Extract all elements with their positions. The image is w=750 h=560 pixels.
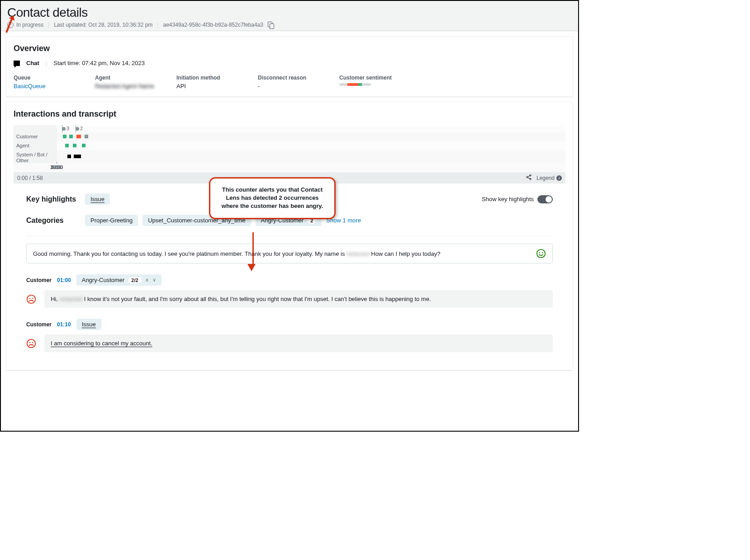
share-icon[interactable] (526, 174, 532, 182)
frown-icon (26, 339, 36, 348)
issue-pill[interactable]: Issue (85, 193, 110, 205)
svg-line-4 (528, 178, 530, 179)
smile-icon (536, 249, 546, 259)
svg-point-12 (29, 342, 30, 343)
transcript-message: Good morning. Thank you for contacting u… (26, 244, 553, 264)
svg-point-11 (27, 339, 35, 347)
categories-label: Categories (26, 216, 85, 225)
sentiment-bar (339, 83, 371, 86)
channel-label: Chat (26, 60, 39, 66)
transcript-message: I am considering to cancel my account. (44, 334, 553, 352)
key-highlights-label: Key highlights (26, 195, 85, 203)
highlights-toggle[interactable] (537, 195, 553, 203)
contact-id: ae4349a2-958c-4f3b-b92a-852c7feba4a3 (163, 22, 263, 28)
svg-point-5 (537, 249, 545, 258)
category-nav-pill: Angry-Customer 2/2 ∧ ∨ (76, 274, 161, 286)
legend-button[interactable]: Legend i (536, 175, 562, 181)
issue-tag[interactable]: Issue (76, 319, 101, 330)
chevron-up-icon[interactable]: ∧ (145, 277, 149, 283)
interactions-title: Interactions and transcript (14, 109, 565, 119)
disconnect-value: - (258, 83, 339, 89)
timeline-row-agent: Agent (14, 141, 57, 150)
svg-point-10 (32, 297, 33, 298)
timestamp-link[interactable]: 01:00 (57, 277, 71, 283)
category-pill[interactable]: Proper-Greeting (85, 215, 138, 226)
svg-line-3 (528, 176, 530, 177)
annotation-arrow-down (251, 232, 256, 271)
transcript-message: Hi, redacted I know it's not your fault,… (44, 290, 553, 308)
frown-icon (26, 294, 36, 304)
copy-icon[interactable] (268, 22, 274, 28)
start-time: Start time: 07:42 pm, Nov 14, 2023 (53, 60, 145, 66)
timeline-row-system: System / Bot / Other (14, 151, 57, 163)
interactions-card: Interactions and transcript 3 2 (6, 102, 573, 370)
chevron-down-icon[interactable]: ∨ (152, 277, 156, 283)
annotation-callout: This counter alerts you that Contact Len… (209, 177, 336, 219)
svg-point-13 (32, 342, 33, 343)
agent-value: Redacted Agent Name (95, 83, 176, 89)
initiation-value: API (176, 83, 258, 89)
svg-point-9 (29, 297, 30, 298)
timeline[interactable]: 3 2 Customer (14, 125, 565, 184)
annotation-arrow-status (5, 15, 16, 35)
overview-card: Overview Chat | Start time: 07:42 pm, No… (6, 37, 573, 97)
overview-title: Overview (14, 44, 565, 53)
timeline-row-customer: Customer (14, 132, 57, 141)
header: Contact details In progress | Last updat… (1, 1, 578, 31)
info-icon: i (556, 175, 562, 181)
timestamp-link[interactable]: 01:10 (57, 321, 71, 328)
svg-point-6 (539, 252, 540, 253)
svg-point-8 (27, 295, 35, 303)
chat-icon (14, 61, 20, 66)
toggle-label: Show key highlights (482, 196, 534, 202)
svg-point-7 (542, 252, 543, 253)
page-title: Contact details (7, 5, 572, 20)
queue-link[interactable]: BasicQueue (14, 83, 46, 89)
last-updated: Last updated: Oct 28, 2019, 10:36:32 pm (54, 22, 152, 28)
timeline-time: 0:00 / 1:58 (17, 175, 43, 181)
